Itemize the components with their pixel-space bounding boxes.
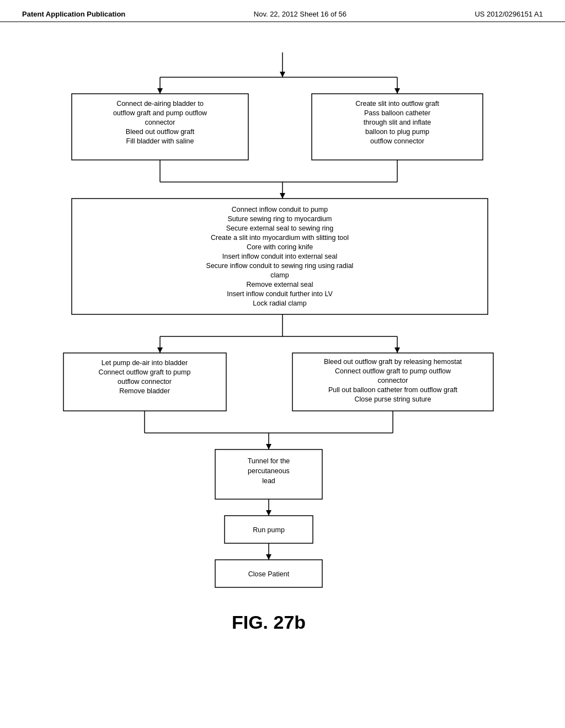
svg-text:FIG. 27b: FIG. 27b <box>232 612 306 633</box>
svg-text:outflow connector: outflow connector <box>370 137 424 145</box>
svg-marker-7 <box>395 88 400 94</box>
svg-text:Tunnel for the: Tunnel for the <box>248 457 290 465</box>
svg-text:connector: connector <box>145 119 175 126</box>
svg-text:Bleed out outflow graft: Bleed out outflow graft <box>126 128 195 136</box>
svg-text:Remove external seal: Remove external seal <box>247 281 313 288</box>
svg-marker-4 <box>157 88 163 94</box>
svg-text:Close Patient: Close Patient <box>248 570 290 578</box>
svg-text:Insert inflow conduit further : Insert inflow conduit further into LV <box>227 290 333 298</box>
svg-text:Run pump: Run pump <box>253 526 285 534</box>
svg-text:clamp: clamp <box>270 271 289 279</box>
svg-text:percutaneous: percutaneous <box>248 467 290 475</box>
svg-marker-43 <box>395 347 400 353</box>
svg-text:Pull out balloon catheter from: Pull out balloon catheter from outflow g… <box>328 386 458 394</box>
svg-text:Secure inflow conduit to sewin: Secure inflow conduit to sewing ring usi… <box>206 262 354 270</box>
svg-text:Connect outflow graft to pump : Connect outflow graft to pump outflow <box>335 367 451 375</box>
svg-text:Connect de-airing bladder to: Connect de-airing bladder to <box>116 100 204 108</box>
svg-marker-59 <box>266 444 271 449</box>
svg-text:outflow connector: outflow connector <box>118 378 172 386</box>
svg-text:Lock radial clamp: Lock radial clamp <box>253 299 306 307</box>
patent-number-label: US 2012/0296151 A1 <box>475 10 543 18</box>
publication-label: Patent Application Publication <box>22 10 125 18</box>
svg-text:Fill bladder with saline: Fill bladder with saline <box>126 137 194 145</box>
diagram-area: Connect de-airing bladder to outflow gra… <box>0 22 565 722</box>
svg-text:Create slit into outflow graft: Create slit into outflow graft <box>355 100 439 108</box>
svg-text:Create a slit into myocardium : Create a slit into myocardium with slitt… <box>211 234 349 242</box>
svg-text:lead: lead <box>262 477 275 485</box>
svg-text:Let pump de-air into bladder: Let pump de-air into bladder <box>102 359 188 367</box>
svg-marker-65 <box>266 510 271 516</box>
svg-text:connector: connector <box>378 377 408 384</box>
svg-marker-40 <box>157 347 163 353</box>
svg-text:Remove bladder: Remove bladder <box>119 387 170 395</box>
svg-text:Suture sewing ring to myocardi: Suture sewing ring to myocardium <box>228 215 332 223</box>
svg-text:through slit and inflate: through slit and inflate <box>364 119 431 126</box>
svg-marker-24 <box>280 193 285 199</box>
svg-text:outflow graft and pump outflow: outflow graft and pump outflow <box>113 109 207 117</box>
svg-text:Secure external seal to sewing: Secure external seal to sewing ring <box>226 224 334 232</box>
svg-text:Insert inflow conduit into ext: Insert inflow conduit into external seal <box>222 253 337 260</box>
svg-text:balloon to plug pump: balloon to plug pump <box>365 128 429 136</box>
svg-text:Close purse string suture: Close purse string suture <box>355 395 431 403</box>
svg-text:Connect inflow conduit to pump: Connect inflow conduit to pump <box>232 206 328 213</box>
svg-text:Core with coring knife: Core with coring knife <box>247 243 313 251</box>
svg-marker-1 <box>280 72 285 77</box>
svg-marker-69 <box>266 554 271 560</box>
svg-text:Bleed out outflow graft by rel: Bleed out outflow graft by releasing hem… <box>324 358 462 366</box>
svg-text:Pass balloon catheter: Pass balloon catheter <box>364 109 430 117</box>
date-sheet-label: Nov. 22, 2012 Sheet 16 of 56 <box>254 10 347 18</box>
svg-text:Connect outflow graft to pump: Connect outflow graft to pump <box>99 368 191 376</box>
page-header: Patent Application Publication Nov. 22, … <box>0 0 565 22</box>
